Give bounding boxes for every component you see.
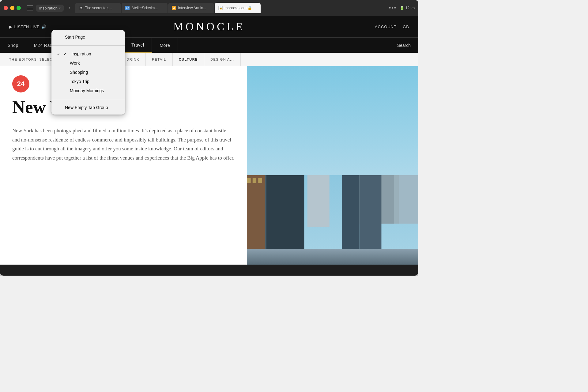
nav-arrows: ‹ <box>67 5 72 11</box>
chevron-down-icon: ▾ <box>59 6 61 10</box>
svg-rect-39 <box>247 178 251 183</box>
tab-group-label: Inspiration <box>39 6 58 10</box>
dropdown-label-work: Work <box>65 61 80 66</box>
dropdown-item-inspiration[interactable]: ✓ Inspiration <box>51 49 125 58</box>
nav-item-shop[interactable]: Shop <box>0 38 26 53</box>
tab-2[interactable]: AZ AtelierSchwim... <box>122 3 168 13</box>
listen-live-label: LISTEN LIVE <box>14 24 40 29</box>
battery-time: 12hrs <box>405 6 415 10</box>
listen-icon: ▶ <box>9 24 13 29</box>
account-link[interactable]: ACCOUNT <box>375 24 397 29</box>
dropdown-label-new-empty: New Empty Tab Group <box>65 105 108 110</box>
region-selector[interactable]: GB <box>403 24 409 29</box>
tab-3[interactable]: a Interview Armin... <box>168 3 214 13</box>
tabs-area: M The secret to s... AZ AtelierSchwim...… <box>75 3 386 13</box>
tab-favicon-1: M <box>79 6 83 10</box>
tab-favicon-2: AZ <box>125 6 130 10</box>
tab-favicon-4: 🔒 <box>218 6 223 10</box>
dropdown-label-tokyo: Tokyo Trip <box>65 79 89 84</box>
svg-rect-41 <box>258 178 262 183</box>
dropdown-label-shopping: Shopping <box>65 70 88 75</box>
more-options-button[interactable]: ••• <box>389 5 397 11</box>
dropdown-item-start-page[interactable]: Start Page <box>51 32 125 42</box>
tab-title-4: monocle.com 🔒 <box>224 6 257 10</box>
nav-search-button[interactable]: Search <box>390 38 418 53</box>
issue-badge: 24 <box>12 75 29 92</box>
battery-indicator: 🔋 12hrs <box>400 6 415 10</box>
dropdown-divider-2 <box>51 99 125 99</box>
tab-favicon-3: a <box>172 6 176 10</box>
battery-icon: 🔋 <box>400 6 404 10</box>
tab-group-button[interactable]: Inspiration ▾ <box>36 5 64 12</box>
dropdown-divider-1 <box>51 45 125 46</box>
nav-item-more[interactable]: More <box>152 38 178 53</box>
subnav-design[interactable]: DESIGN A... <box>204 53 241 66</box>
traffic-lights <box>4 6 21 10</box>
browser-content: ▶ LISTEN LIVE 🔊 MONOCLE ACCOUNT GB Shop … <box>0 16 418 265</box>
toolbar-right: ••• 🔋 12hrs <box>389 5 415 11</box>
dropdown-item-monday-mornings[interactable]: Monday Mornings <box>51 86 125 95</box>
sidebar-toggle-button[interactable] <box>27 6 33 10</box>
check-icon-inspiration: ✓ <box>63 51 69 56</box>
tab-4-active[interactable]: 🔒 monocle.com 🔒 <box>215 3 261 13</box>
subnav-retail[interactable]: RETAIL <box>146 53 173 66</box>
dropdown-section-top: Start Page <box>51 30 125 44</box>
back-button[interactable]: ‹ <box>67 5 72 11</box>
dropdown-label-monday: Monday Mornings <box>65 88 104 93</box>
dropdown-label-start-page: Start Page <box>65 35 85 40</box>
svg-rect-51 <box>247 249 418 265</box>
audio-icon: 🔊 <box>41 24 47 29</box>
nav-item-travel[interactable]: Travel <box>124 38 152 53</box>
dropdown-item-tokyo-trip[interactable]: Tokyo Trip <box>51 77 125 86</box>
dropdown-item-new-empty[interactable]: New Empty Tab Group <box>51 103 125 112</box>
dropdown-item-work[interactable]: Work <box>51 58 125 68</box>
article-image <box>247 66 418 265</box>
nyc-photo <box>247 66 418 265</box>
title-bar: Inspiration ▾ ‹ M The secret to s... AZ … <box>0 0 418 16</box>
fullscreen-button[interactable] <box>17 6 21 10</box>
close-button[interactable] <box>4 6 8 10</box>
tab-title-2: AtelierSchwim... <box>131 6 164 10</box>
subnav-culture[interactable]: CULTURE <box>173 53 204 66</box>
browser-window: Inspiration ▾ ‹ M The secret to s... AZ … <box>0 0 418 276</box>
dropdown-item-shopping[interactable]: Shopping <box>51 68 125 77</box>
minimize-button[interactable] <box>10 6 14 10</box>
sky-background <box>247 66 418 175</box>
tab-title-1: The secret to s... <box>85 6 117 10</box>
tab-group-dropdown: Start Page ✓ Inspiration Work Shopping <box>51 30 125 115</box>
tab-title-3: Interview Armin... <box>178 6 210 10</box>
article-body: New York has been photographed and filme… <box>12 126 235 163</box>
listen-live-button[interactable]: ▶ LISTEN LIVE 🔊 <box>9 24 47 29</box>
topbar-right: ACCOUNT GB <box>375 24 409 29</box>
svg-rect-40 <box>253 178 256 183</box>
dropdown-label-inspiration: Inspiration <box>71 51 91 56</box>
dropdown-section-groups: ✓ Inspiration Work Shopping Tokyo Trip <box>51 47 125 98</box>
monocle-logo[interactable]: MONOCLE <box>173 20 245 33</box>
dropdown-section-new: New Empty Tab Group <box>51 100 125 115</box>
tab-1[interactable]: M The secret to s... <box>75 3 121 13</box>
